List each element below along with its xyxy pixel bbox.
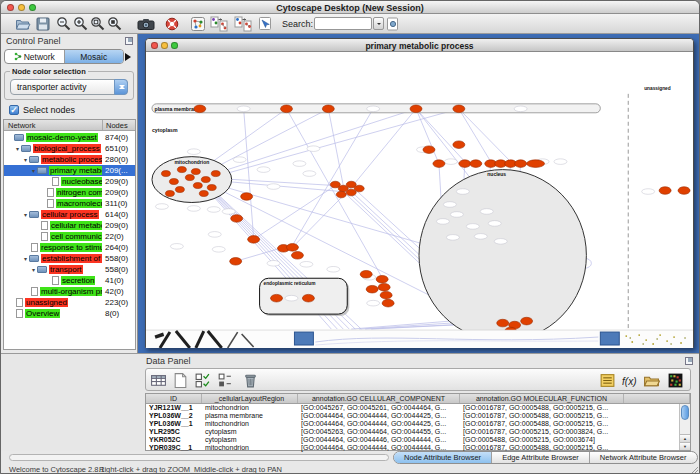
canvas-bottom-strip [146, 330, 693, 348]
folder-icon [21, 145, 31, 152]
plugin-manager-icon[interactable] [385, 16, 401, 32]
tree-row[interactable]: unassigned223(0) [4, 297, 135, 308]
float-panel-icon[interactable] [125, 37, 133, 45]
tab-node-attribute-browser[interactable]: Node Attribute Browser [394, 452, 491, 463]
tree-row[interactable]: macromolecule311(0) [4, 198, 135, 209]
expand-arrow-icon[interactable]: ▾ [30, 266, 37, 273]
tree-row[interactable]: multi-organism pro42(0) [4, 286, 135, 297]
node-count: 311(0) [102, 199, 135, 208]
scroll-up-icon[interactable]: ▲ [680, 434, 690, 442]
network-window-titlebar[interactable]: primary metabolic process [146, 39, 693, 52]
new-attribute-icon[interactable] [172, 372, 189, 389]
node-count: 41(0) [102, 276, 135, 285]
annotation-tool-icon[interactable] [257, 16, 273, 32]
vizmapper-icon[interactable] [190, 16, 206, 32]
network-canvas[interactable]: plasma membrane cytoplasm mitochondrion … [146, 52, 693, 348]
expand-arrow-icon[interactable]: ▾ [14, 145, 21, 152]
nucleus-region[interactable] [419, 170, 586, 341]
node-count: 223(0) [102, 298, 135, 307]
table-row[interactable]: YLR295Ccytoplasm[GO:0045263, GO:0044464,… [146, 428, 690, 436]
zoom-selected-icon[interactable] [107, 16, 123, 32]
tab-mosaic[interactable]: Mosaic [64, 50, 124, 63]
copy-network-style-icon[interactable] [234, 16, 252, 32]
col-go-molecular-function[interactable]: annotation.GO MOLECULAR_FUNCTION [460, 394, 624, 403]
tree-row[interactable]: ▾cellular process614(0) [4, 209, 135, 220]
delete-attribute-icon[interactable] [242, 372, 259, 389]
network-view-window[interactable]: primary metabolic process plasma membran… [145, 38, 694, 348]
tab-mosaic-label: Mosaic [80, 52, 107, 62]
tree-row[interactable]: ▾transport558(0) [4, 264, 135, 275]
attribute-browser-tabs: Node Attribute BrowserEdge Attribute Bro… [393, 451, 698, 464]
scroll-down-icon[interactable]: ▼ [680, 442, 690, 450]
network-label: Overview [25, 309, 60, 318]
open-attributes-icon[interactable] [643, 372, 660, 389]
tree-row[interactable]: cellular metabo209(0) [4, 220, 135, 231]
function-builder-icon[interactable]: f(x) [621, 372, 638, 389]
resize-grip-icon[interactable] [688, 465, 698, 474]
select-stepper-icon[interactable] [114, 79, 128, 95]
tree-row[interactable]: ▾establishment of lo558(0) [4, 253, 135, 264]
network-label: nitrogen compo [56, 188, 102, 197]
network-tree-header: Network Nodes [4, 120, 135, 131]
tab-overflow-arrow-icon[interactable] [125, 53, 135, 61]
expand-arrow-icon[interactable]: ▾ [30, 167, 37, 174]
tree-row[interactable]: nucleobase-209(0) [4, 176, 135, 187]
tree-row[interactable]: Overview8(0) [4, 308, 135, 319]
table-scrollbar[interactable]: ▲ ▼ [679, 404, 690, 450]
table-row[interactable]: YJR121W__1mitochondrion[GO:0045267, GO:0… [146, 404, 690, 412]
import-list-icon[interactable] [599, 372, 616, 389]
zoom-fit-icon[interactable] [90, 16, 106, 32]
matrix-view-icon[interactable] [667, 372, 684, 389]
gene-nodes[interactable] [161, 105, 690, 335]
network-label: macromolecule [56, 199, 102, 208]
tree-row[interactable]: mosaic-demo-yeast874(0) [4, 132, 135, 143]
data-panel-toolbar: f(x) [145, 368, 691, 391]
expand-arrow-icon[interactable]: ▾ [22, 211, 29, 218]
table-row[interactable]: YKR052Ccytoplasm[GO:0044464, GO:0044446,… [146, 436, 690, 444]
tree-row[interactable]: cell communicat22(0) [4, 231, 135, 242]
col-go-cellular-component[interactable]: annotation.GO CELLULAR_COMPONENT [298, 394, 460, 403]
search-input[interactable] [314, 17, 372, 30]
float-panel-icon[interactable] [685, 357, 693, 365]
zoom-out-icon[interactable] [56, 16, 72, 32]
table-cell: [GO:0016787, GO:0005215, GO:0003824, G..… [460, 428, 624, 436]
tab-edge-attribute-browser[interactable]: Edge Attribute Browser [491, 452, 589, 463]
scrollbar-thumb[interactable] [681, 405, 689, 420]
table-row[interactable]: YPL036W__1mitochondrion[GO:0044464, GO:0… [146, 420, 690, 428]
tree-row[interactable]: ▾primary metabo209(... [4, 165, 135, 176]
col-id[interactable]: ID [146, 394, 202, 403]
search-dropdown-icon[interactable] [373, 17, 384, 30]
status-bar: Welcome to Cytoscape 2.8.1 Right-click +… [1, 465, 699, 474]
network-label: response to stimul [40, 243, 102, 252]
tab-network[interactable]: Network [5, 50, 64, 63]
attribute-matrix-icon[interactable] [216, 372, 233, 389]
open-session-icon[interactable] [15, 16, 31, 32]
select-nodes-checkbox[interactable]: ✓ [9, 105, 19, 115]
tree-row[interactable]: nitrogen compo209(0) [4, 187, 135, 198]
save-session-icon[interactable] [35, 16, 51, 32]
table-cell: [GO:0044464, GO:0044444, GO:0044425, G..… [298, 412, 460, 420]
network-label: establishment of lo [41, 254, 102, 263]
tree-row[interactable]: secretion41(0) [4, 275, 135, 286]
table-cell: YPL036W__1 [146, 420, 202, 428]
help-icon[interactable] [164, 16, 180, 32]
snapshot-icon[interactable] [136, 16, 156, 32]
col-filler [624, 394, 690, 403]
zoom-in-icon[interactable] [73, 16, 89, 32]
tree-row[interactable]: ▾biological_process651(0) [4, 143, 135, 154]
table-cell: YKR052C [146, 436, 202, 444]
attribute-table-icon[interactable] [150, 372, 167, 389]
tab-network-attribute-browser[interactable]: Network Attribute Browser [589, 452, 697, 463]
attribute-table: ID _cellularLayoutRegion annotation.GO C… [145, 393, 691, 451]
expand-arrow-icon[interactable]: ▾ [22, 156, 29, 163]
tree-row[interactable]: ▾metabolic process280(0) [4, 154, 135, 165]
expand-arrow-icon[interactable]: ▾ [22, 255, 29, 262]
node-count: 614(0) [102, 210, 135, 219]
tree-row[interactable]: response to stimul264(0) [4, 242, 135, 253]
select-attributes-icon[interactable] [194, 372, 211, 389]
network-label: multi-organism pro [40, 287, 102, 296]
table-row[interactable]: YPL036W__2plasma membrane[GO:0044464, GO… [146, 412, 690, 420]
col-cellular-layout-region[interactable]: _cellularLayoutRegion [202, 394, 298, 403]
node-color-select[interactable]: transporter activity [10, 79, 128, 95]
copy-network-view-icon[interactable] [210, 16, 228, 32]
